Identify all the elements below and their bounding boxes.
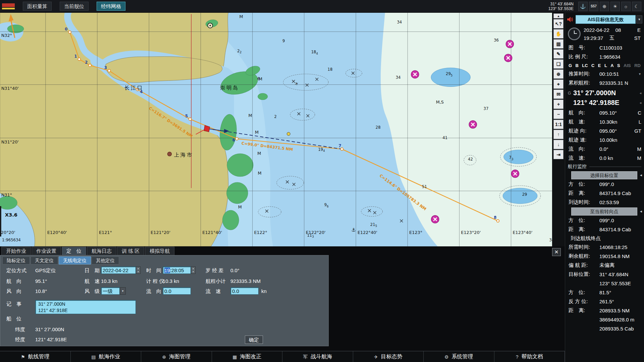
chart-scale-label: 1:965634 xyxy=(2,238,21,242)
center-ship-button[interactable]: ⌖ xyxy=(553,79,564,89)
longitude-label: E121°40' xyxy=(202,230,222,235)
place-name-label: 崇明岛 xyxy=(220,85,239,91)
edge-arrow-icon: ◄ xyxy=(639,92,642,95)
to-current-turn-point-button[interactable]: 至当前转向点 xyxy=(571,207,637,216)
day-brightness-icon[interactable]: ☀ xyxy=(610,2,620,11)
track-course-row: 航迹 向:095.00°GT xyxy=(565,126,644,135)
pan-hand-button[interactable]: ✋ xyxy=(553,29,564,39)
select-target-position-button[interactable]: 选择目标位置 xyxy=(571,171,637,179)
current-dir-input[interactable]: 0.0 xyxy=(163,287,191,295)
s57-badge[interactable]: S57 xyxy=(589,2,598,11)
positioning-subtabs: 陆标定位天文定位无线电定位其他定位 xyxy=(0,255,328,264)
alarm-dropdown-arrow-icon[interactable]: ▼ xyxy=(636,15,642,23)
subtab-radio-positioning[interactable]: 无线电定位 xyxy=(59,256,91,264)
place-name-label: 上海市 xyxy=(174,152,193,158)
depth-sounding: 29 xyxy=(522,192,527,197)
zoom-out-button[interactable]: − xyxy=(553,110,564,119)
combat-navigation[interactable]: 军战斗航海 xyxy=(282,351,353,362)
chart-number: 图 号:C1100103 xyxy=(565,43,644,52)
distance-m-row: 386944928.0 m xyxy=(565,315,644,324)
subtab-astro-positioning[interactable]: 天文定位 xyxy=(31,256,58,264)
help-cursor-button[interactable]: ↖? xyxy=(553,19,564,28)
waypoint-marker[interactable] xyxy=(497,220,499,222)
ok-button[interactable]: 确定 xyxy=(245,336,263,344)
edit-route-button[interactable]: ✎ xyxy=(553,49,564,59)
scroll-up-button[interactable]: ↑ xyxy=(553,130,564,139)
scroll-down-button[interactable]: ↓ xyxy=(553,140,564,149)
strip-scroll-top-button[interactable]: ▲ xyxy=(553,13,564,18)
seabed-type-label: M xyxy=(259,76,262,81)
waypoint-number: 1 xyxy=(74,54,77,59)
depth-sounding: 41 xyxy=(442,135,447,140)
measure-ruler-button[interactable]: ▥ xyxy=(553,39,564,49)
globe-icon[interactable]: ⊕ xyxy=(600,2,609,11)
latlon-grid-button[interactable]: 经纬网格 xyxy=(97,2,125,11)
main-taskbar: ⚑航线管理▤航海作业⊕海图管理▦海图改正军战斗航海✈目标态势⚙系统管理?帮助文档 xyxy=(0,351,565,362)
waypoint-marker[interactable] xyxy=(108,69,111,72)
chart-area[interactable]: E120°20'E120°40'E121°E121°20'E121°40'E12… xyxy=(0,12,552,247)
globe-view-button[interactable]: ⊕ xyxy=(553,69,564,79)
waypoint-number: 2 xyxy=(85,60,88,65)
tab-sim-navigation[interactable]: 模拟导航 xyxy=(145,247,174,255)
nautical-chart[interactable]: E120°20'E120°40'E121°E121°20'E121°40'E12… xyxy=(0,12,552,246)
waypoint-marker[interactable] xyxy=(341,148,343,150)
wind-scale-select[interactable]: 一级 xyxy=(101,287,120,295)
waypoint-marker[interactable] xyxy=(78,58,80,61)
tab-operation-settings[interactable]: 作业设置 xyxy=(32,247,61,255)
ais-alarm-dropdown[interactable]: AIS目标信息无效 xyxy=(576,15,636,24)
chart-correction[interactable]: ▦海图改正 xyxy=(212,351,283,362)
chart-layers-button[interactable]: ❏ xyxy=(553,59,564,69)
zoom-in-button[interactable]: + xyxy=(553,100,564,109)
depth-sounding: 28 xyxy=(376,125,381,130)
waypoint-marker[interactable] xyxy=(189,118,192,120)
nav-operation[interactable]: ▤航海作业 xyxy=(71,351,142,362)
current-position-button[interactable]: 当前舰位 xyxy=(60,2,89,11)
wind-scale-dropdown-arrow-icon[interactable]: ▼ xyxy=(120,287,126,295)
chart-management[interactable]: ⊕海图管理 xyxy=(141,351,212,362)
dead-reckoning-time: 推算时间:00:10:51▼ xyxy=(565,69,644,78)
target-position-lat-row: 目标位置:31° 43'.684N xyxy=(565,270,644,279)
target-situation[interactable]: ✈目标态势 xyxy=(353,351,424,362)
subtab-landmark-positioning[interactable]: 陆标定位 xyxy=(2,256,30,264)
current-dir-label: 流 向 xyxy=(146,287,161,295)
waypoint-marker[interactable] xyxy=(235,137,238,140)
waypoint-marker[interactable] xyxy=(68,31,71,34)
anchor-tool-icon[interactable]: ⚓ xyxy=(578,2,588,11)
depth-sounding: 42 xyxy=(468,157,473,162)
tab-training-area[interactable]: 训 练 区 xyxy=(117,247,144,255)
speed-row: 航 速:10.30knL xyxy=(565,117,644,126)
time-input[interactable]: 19:28:05 xyxy=(163,266,191,274)
date-spinner[interactable]: ▲▼ xyxy=(136,266,141,274)
work-tabs: 开始作业作业设置定 位航海日志训 练 区模拟导航 xyxy=(0,246,565,255)
scale-1-1-button[interactable]: 1:1 xyxy=(553,120,564,129)
current-speed-input[interactable]: 0.0 xyxy=(230,287,259,295)
depth-sounding: 18 xyxy=(328,67,333,72)
tab-positioning[interactable]: 定 位 xyxy=(62,247,86,255)
system-management[interactable]: ⚙系统管理 xyxy=(424,351,494,362)
dusk-brightness-icon[interactable]: ☼ xyxy=(621,2,631,11)
depth-sounding: 9 xyxy=(282,39,285,43)
annotation-button[interactable]: ✉ xyxy=(553,89,564,99)
tab-nav-log[interactable]: 航海日志 xyxy=(87,247,116,255)
panel-arrow-icon: ◄ xyxy=(637,173,643,177)
route-management[interactable]: ⚑航线管理 xyxy=(0,351,71,362)
close-panel-button[interactable]: ✕ xyxy=(552,248,561,256)
longitude-label: E120°20' xyxy=(0,230,15,235)
date-input[interactable]: 2022-04-22 xyxy=(101,266,136,274)
subtab-other-positioning[interactable]: 其他定位 xyxy=(92,256,119,264)
area-measure-button[interactable]: 面积量算 xyxy=(23,2,52,11)
note-textarea[interactable]: 31° 27'.000N 121° 42'.918E xyxy=(35,300,136,314)
safe-water-mark-dot xyxy=(209,25,211,26)
help-docs[interactable]: ?帮助文档 xyxy=(494,351,565,362)
tab-start-operation[interactable]: 开始作业 xyxy=(1,247,31,255)
waypoint-marker[interactable] xyxy=(89,64,91,67)
lon-value: 121° 42'.918E xyxy=(35,336,67,344)
night-mode-icon[interactable]: ☾ xyxy=(632,2,641,11)
time-spinner[interactable]: ▲▼ xyxy=(191,266,196,274)
waypoint-number: 0 xyxy=(65,27,67,32)
collapse-panel-button[interactable]: ⇥ xyxy=(553,150,564,159)
longitude-label: E123° xyxy=(409,230,422,235)
route-end-header: 到达航线终点 xyxy=(565,234,644,243)
mode-value: GPS定位 xyxy=(35,266,56,275)
nav-data-list: 图 号:C1100103比 例 尺:1:965634GBLCCELASAISRD… xyxy=(565,43,644,333)
